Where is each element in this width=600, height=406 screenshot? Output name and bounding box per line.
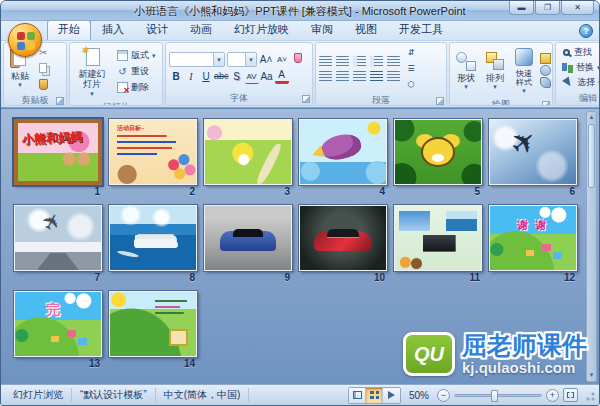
zoom-slider-thumb[interactable] bbox=[491, 390, 498, 402]
decrease-indent-button[interactable] bbox=[353, 56, 366, 67]
format-painter-button[interactable] bbox=[36, 77, 53, 92]
smartart-convert-button[interactable]: ⬡ bbox=[404, 77, 418, 92]
slide-thumbnail-5[interactable] bbox=[394, 119, 482, 185]
tab-0[interactable]: 开始 bbox=[47, 20, 91, 40]
tab-4[interactable]: 幻灯片放映 bbox=[223, 20, 300, 40]
grow-font-button[interactable]: A˄ bbox=[259, 52, 273, 67]
copy-button[interactable] bbox=[36, 61, 53, 76]
justify-button[interactable] bbox=[370, 71, 383, 82]
bold-button[interactable]: B bbox=[169, 69, 183, 84]
reset-button[interactable]: ↺重设 bbox=[114, 64, 159, 79]
find-button[interactable]: 查找 bbox=[559, 45, 600, 60]
shape-fill-button[interactable] bbox=[540, 53, 551, 64]
tab-3[interactable]: 动画 bbox=[179, 20, 223, 40]
font-color-button[interactable]: A bbox=[275, 69, 289, 84]
quick-styles-button[interactable]: 快速样式 ▾ bbox=[511, 45, 537, 96]
select-button[interactable]: 选择▾ bbox=[559, 75, 600, 90]
maximize-button[interactable]: ❐ bbox=[535, 1, 560, 15]
align-text-button[interactable]: ☰ bbox=[404, 61, 418, 76]
tab-2[interactable]: 设计 bbox=[135, 20, 179, 40]
slide-cell: 7 bbox=[14, 205, 102, 283]
zoom-out-button[interactable]: − bbox=[437, 389, 450, 402]
font-size-combo[interactable]: ▾ bbox=[227, 52, 257, 67]
zoom-level[interactable]: 50% bbox=[405, 390, 433, 401]
paragraph-group-label: 段落 bbox=[316, 94, 446, 106]
italic-button[interactable]: I bbox=[184, 69, 198, 84]
slide-thumbnail-6[interactable] bbox=[489, 119, 577, 185]
normal-view-button[interactable] bbox=[349, 388, 366, 403]
arrange-button[interactable]: 排列 ▾ bbox=[482, 49, 508, 92]
clear-formatting-button[interactable] bbox=[291, 52, 305, 67]
slide-thumbnail-9[interactable] bbox=[204, 205, 292, 271]
tab-5[interactable]: 审阅 bbox=[300, 20, 344, 40]
slide-thumbnail-14[interactable] bbox=[109, 291, 197, 357]
slide-sorter-canvas[interactable]: 小熊和妈妈1活动目标~234567891011谢 谢12完1314 QU 屈老师… bbox=[1, 108, 599, 384]
change-case-button[interactable]: Aa bbox=[260, 69, 274, 84]
scroll-down-button[interactable]: ▼ bbox=[587, 370, 596, 381]
bullets-button[interactable] bbox=[319, 56, 332, 67]
slide-thumbnail-10[interactable] bbox=[299, 205, 387, 271]
line-spacing-button[interactable] bbox=[387, 56, 400, 67]
layout-button[interactable]: 版式▾ bbox=[114, 48, 159, 63]
replace-button[interactable]: 替换▾ bbox=[559, 60, 600, 75]
office-button[interactable] bbox=[8, 23, 42, 57]
new-slide-dropdown-arrow: ▾ bbox=[90, 90, 94, 98]
slide-sorter-view-button[interactable] bbox=[366, 388, 383, 403]
tab-1[interactable]: 插入 bbox=[91, 20, 135, 40]
text-direction-button[interactable]: ⇵ bbox=[404, 45, 418, 60]
tab-6[interactable]: 视图 bbox=[344, 20, 388, 40]
status-language[interactable]: 中文(简体，中国) bbox=[156, 388, 250, 402]
scrollbar-thumb[interactable] bbox=[588, 124, 595, 188]
zoom-in-button[interactable]: + bbox=[546, 389, 559, 402]
scroll-up-button[interactable]: ▲ bbox=[587, 112, 596, 123]
vertical-scrollbar[interactable]: ▲ ▼ bbox=[586, 111, 597, 382]
ribbon-tab-row: 开始插入设计动画幻灯片放映审阅视图开发工具 ? bbox=[1, 21, 599, 41]
slide-thumbnail-12[interactable]: 谢 谢 bbox=[489, 205, 577, 271]
close-button[interactable]: ✕ bbox=[561, 1, 594, 15]
delete-slide-button[interactable]: 删除 bbox=[114, 80, 159, 95]
slide-thumbnail-3[interactable] bbox=[204, 119, 292, 185]
new-slide-button[interactable]: ✶ 新建幻灯片 ▾ bbox=[73, 45, 111, 99]
slide-thumbnail-1[interactable]: 小熊和妈妈 bbox=[14, 119, 102, 185]
font-dialog-launcher[interactable] bbox=[302, 95, 310, 103]
slides-group: ✶ 新建幻灯片 ▾ 版式▾ ↺重设 删除 幻灯片 bbox=[69, 42, 163, 106]
ribbon: 粘贴 ▾ ✂ 剪贴板 ✶ 新建幻灯片 ▾ 版式▾ bbox=[1, 41, 599, 108]
fit-to-window-button[interactable] bbox=[563, 388, 578, 402]
increase-indent-button[interactable] bbox=[370, 56, 383, 67]
font-name-dropdown-arrow[interactable]: ▾ bbox=[213, 53, 224, 66]
font-size-dropdown-arrow[interactable]: ▾ bbox=[245, 53, 256, 66]
shape-outline-button[interactable] bbox=[540, 65, 551, 76]
strikethrough-button[interactable]: abc bbox=[214, 69, 229, 84]
status-design-template[interactable]: “默认设计模板” bbox=[72, 388, 156, 402]
paragraph-dialog-launcher[interactable] bbox=[436, 97, 444, 105]
shapes-button[interactable]: 形状 ▾ bbox=[453, 49, 479, 92]
resize-grip[interactable] bbox=[585, 388, 595, 402]
slide-thumbnail-4[interactable] bbox=[299, 119, 387, 185]
character-spacing-button[interactable]: AV bbox=[245, 69, 259, 84]
numbering-button[interactable] bbox=[336, 56, 349, 67]
underline-button[interactable]: U bbox=[199, 69, 213, 84]
font-name-combo[interactable]: ▾ bbox=[169, 52, 225, 67]
slide-thumbnail-11[interactable] bbox=[394, 205, 482, 271]
align-left-button[interactable] bbox=[319, 71, 332, 82]
slide-thumbnail-8[interactable] bbox=[109, 205, 197, 271]
slide-thumbnail-7[interactable] bbox=[14, 205, 102, 271]
minimize-button[interactable]: ▬ bbox=[509, 1, 534, 15]
zoom-slider[interactable] bbox=[454, 394, 542, 397]
tab-7[interactable]: 开发工具 bbox=[388, 20, 454, 40]
slide-thumbnail-13[interactable]: 完 bbox=[14, 291, 102, 357]
slide-thumbnail-2[interactable]: 活动目标~ bbox=[109, 119, 197, 185]
status-view-mode[interactable]: 幻灯片浏览 bbox=[5, 388, 72, 402]
clipboard-dialog-launcher[interactable] bbox=[56, 97, 64, 105]
shrink-font-button[interactable]: A˅ bbox=[275, 52, 289, 67]
slide-cell: 9 bbox=[204, 205, 292, 283]
text-shadow-button[interactable]: S bbox=[230, 69, 244, 84]
columns-button[interactable] bbox=[387, 71, 400, 82]
shape-effects-button[interactable] bbox=[540, 77, 551, 88]
slideshow-view-button[interactable] bbox=[383, 388, 400, 403]
drawing-dialog-launcher[interactable] bbox=[542, 101, 550, 106]
slide-number: 10 bbox=[299, 271, 387, 283]
align-right-button[interactable] bbox=[353, 71, 366, 82]
align-center-button[interactable] bbox=[336, 71, 349, 82]
help-button[interactable]: ? bbox=[579, 24, 593, 38]
